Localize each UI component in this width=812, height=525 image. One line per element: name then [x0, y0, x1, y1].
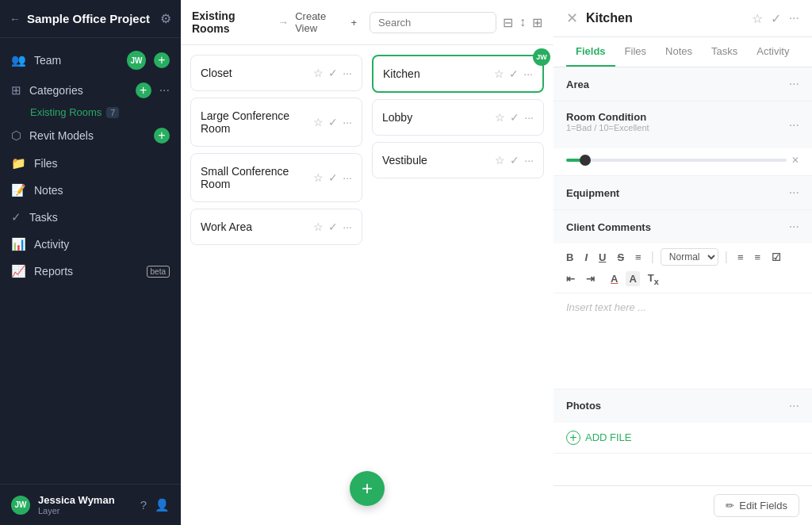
check-icon[interactable]: ✓ [328, 116, 338, 128]
add-room-fab[interactable]: + [350, 471, 385, 506]
star-icon[interactable]: ☆ [313, 67, 324, 79]
ordered-list-button[interactable]: ≡ [734, 250, 747, 265]
tab-tasks[interactable]: Tasks [702, 37, 747, 67]
star-icon[interactable]: ☆ [495, 154, 505, 167]
bullet-list-button[interactable]: ≡ [752, 250, 764, 265]
room-card-icons: ☆ ✓ ··· [313, 171, 352, 184]
room-card-vestibule[interactable]: Vestibule ☆ ✓ ··· [372, 142, 544, 178]
star-icon[interactable]: ☆ [313, 116, 324, 128]
more-icon[interactable]: ··· [789, 11, 799, 26]
more-icon[interactable]: ··· [343, 67, 352, 79]
photos-more-icon[interactable]: ··· [789, 399, 799, 413]
bold-button[interactable]: B [563, 250, 576, 265]
check-circle-icon[interactable]: ✓ [771, 11, 781, 26]
more-icon[interactable]: ··· [343, 220, 352, 233]
area-more-icon[interactable]: ··· [789, 77, 799, 91]
room-card-work-area[interactable]: Work Area ☆ ✓ ··· [190, 209, 362, 245]
sidebar-item-label: Team [34, 54, 119, 67]
room-card-kitchen[interactable]: Kitchen ☆ ✓ ··· [372, 55, 544, 93]
room-condition-body: ✕ [553, 148, 812, 175]
highlight-a-button[interactable]: A [607, 271, 621, 286]
avatar: JW [11, 496, 30, 515]
sidebar-item-reports[interactable]: 📈 Reports beta [0, 258, 181, 285]
checklist-button[interactable]: ☑ [768, 250, 784, 265]
search-input[interactable] [370, 12, 496, 33]
add-file-label: ADD FILE [585, 431, 632, 443]
underline-button[interactable]: U [596, 250, 609, 265]
highlight-bg-button[interactable]: A [626, 271, 639, 286]
star-icon[interactable]: ☆ [313, 220, 324, 233]
add-revit-models-button[interactable]: + [154, 128, 170, 144]
toolbar-divider: | [651, 250, 654, 264]
room-card-large-conf[interactable]: Large Conference Room ☆ ✓ ··· [190, 98, 362, 147]
room-card-closet[interactable]: Closet ☆ ✓ ··· [190, 55, 362, 91]
star-icon[interactable]: ☆ [495, 111, 505, 124]
sidebar-item-activity[interactable]: 📊 Activity [0, 231, 181, 258]
clear-format-button[interactable]: Tx [645, 270, 662, 288]
indent-left-button[interactable]: ⇤ [563, 271, 578, 286]
check-icon[interactable]: ✓ [510, 154, 519, 167]
more-icon[interactable]: ··· [524, 154, 534, 167]
room-card-wrapper-kitchen: Kitchen ☆ ✓ ··· JW [372, 55, 544, 93]
tab-activity[interactable]: Activity [747, 37, 799, 67]
existing-rooms-link[interactable]: Existing Rooms 7 [30, 106, 170, 118]
help-icon[interactable]: ? [140, 498, 147, 512]
user-role: Layer [38, 506, 132, 515]
equipment-section: Equipment ··· [553, 176, 812, 210]
sidebar-item-revit-models[interactable]: ⬡ Revit Models + [0, 121, 181, 150]
back-icon[interactable]: ← [10, 13, 21, 25]
room-card-lobby[interactable]: Lobby ☆ ✓ ··· [372, 99, 544, 136]
add-categories-button[interactable]: + [136, 82, 151, 98]
slider-track[interactable] [566, 159, 787, 162]
rooms-arrow-icon: → [278, 16, 289, 29]
more-icon[interactable]: ··· [524, 111, 534, 124]
user-icon[interactable]: 👤 [155, 498, 170, 512]
edit-fields-button[interactable]: ✏ Edit Fields [714, 494, 799, 517]
view-icon[interactable]: ⊞ [532, 15, 542, 30]
sidebar-item-categories[interactable]: ⊞ Categories + ··· [0, 76, 181, 105]
star-icon[interactable]: ☆ [752, 11, 763, 26]
rooms-toolbar: Existing Rooms → Create View + ⊟ ↕ ⊞ [181, 0, 553, 45]
check-icon[interactable]: ✓ [328, 171, 338, 184]
settings-icon[interactable]: ⚙ [160, 11, 171, 26]
filter-icon[interactable]: ⊟ [503, 15, 513, 30]
sort-icon[interactable]: ↕ [519, 15, 526, 29]
tab-notes[interactable]: Notes [656, 37, 702, 67]
rooms-panel: Existing Rooms → Create View + ⊟ ↕ ⊞ Clo… [181, 0, 553, 525]
tab-fields[interactable]: Fields [566, 37, 615, 67]
categories-sub: Existing Rooms 7 [0, 105, 181, 121]
create-view-button[interactable]: Create View + [295, 10, 357, 34]
check-icon[interactable]: ✓ [509, 67, 519, 80]
sidebar-item-tasks[interactable]: ✓ Tasks [0, 204, 181, 231]
format-select[interactable]: Normal [661, 248, 718, 266]
tab-tasks-label: Tasks [711, 45, 737, 57]
add-file-button[interactable]: + ADD FILE [553, 423, 812, 453]
edit-fields-label: Edit Fields [739, 500, 787, 512]
more-icon[interactable]: ··· [343, 171, 352, 184]
star-icon[interactable]: ☆ [494, 67, 504, 80]
close-icon[interactable]: ✕ [566, 10, 578, 27]
room-condition-more-icon[interactable]: ··· [789, 118, 799, 132]
sidebar-item-notes[interactable]: 📝 Notes [0, 177, 181, 204]
strikethrough-button[interactable]: S [614, 250, 627, 265]
check-icon[interactable]: ✓ [328, 67, 338, 79]
sidebar-item-files[interactable]: 📁 Files [0, 150, 181, 177]
tab-files[interactable]: Files [615, 37, 656, 67]
room-card-small-conf[interactable]: Small Conference Room ☆ ✓ ··· [190, 153, 362, 202]
sidebar-item-label: Categories [29, 84, 128, 97]
editor-area[interactable]: Insert text here ... [553, 293, 812, 389]
categories-more-icon[interactable]: ··· [159, 83, 170, 98]
sidebar-item-team[interactable]: 👥 Team JW + [0, 44, 181, 76]
italic-button[interactable]: I [581, 250, 591, 265]
check-icon[interactable]: ✓ [328, 220, 338, 233]
align-button[interactable]: ≡ [632, 250, 645, 265]
more-icon[interactable]: ··· [343, 116, 352, 128]
check-icon[interactable]: ✓ [510, 111, 519, 124]
add-team-button[interactable]: + [154, 52, 170, 68]
equipment-more-icon[interactable]: ··· [789, 186, 799, 200]
more-icon[interactable]: ··· [523, 67, 533, 80]
indent-right-button[interactable]: ⇥ [583, 271, 598, 286]
star-icon[interactable]: ☆ [313, 171, 324, 184]
tab-activity-label: Activity [756, 45, 789, 57]
client-comments-more-icon[interactable]: ··· [789, 220, 799, 234]
